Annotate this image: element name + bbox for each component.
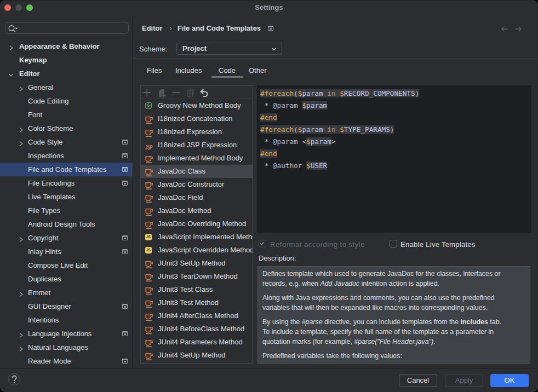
tab-includes[interactable]: Includes (175, 66, 202, 74)
apply-button[interactable]: Apply (445, 374, 483, 387)
template-item[interactable]: JSJavaScript Overridden Method Body (141, 244, 253, 257)
description-text: . (433, 338, 435, 345)
java-class-icon (145, 327, 153, 335)
sidebar-item-intentions[interactable]: Intentions (0, 313, 133, 327)
sidebar-item-emmet[interactable]: Emmet (0, 286, 133, 299)
chevron-right-icon[interactable] (19, 290, 23, 298)
sidebar-item-color-scheme[interactable]: Color Scheme (0, 122, 133, 135)
chevron-right-icon[interactable] (9, 44, 13, 51)
help-icon[interactable]: ? (8, 373, 20, 385)
template-item[interactable]: JUnit4 AfterClass Method (141, 309, 253, 322)
ok-button[interactable]: OK (490, 374, 529, 387)
monitor-icon (122, 235, 128, 240)
search-input[interactable] (5, 22, 129, 34)
tab-files[interactable]: Files (147, 66, 162, 74)
header-separator (133, 58, 538, 59)
sidebar-item-gui-designer[interactable]: GUI Designer (0, 299, 133, 313)
duplicate-icon[interactable] (157, 88, 167, 99)
cancel-button[interactable]: Cancel (399, 374, 437, 387)
add-icon[interactable] (142, 88, 151, 97)
sidebar-item-label: Code Style (28, 135, 63, 149)
reformat-checkbox[interactable] (259, 240, 266, 247)
template-item[interactable]: JUnit3 SetUp Method (141, 257, 253, 270)
sidebar-item-language-injections[interactable]: Language Injections (0, 327, 133, 341)
sidebar-item-natural-languages[interactable]: Natural Languages (0, 341, 133, 354)
chevron-right-icon[interactable] (19, 331, 23, 339)
remove-icon[interactable] (171, 88, 180, 97)
description-label: Description: (259, 254, 296, 262)
template-editor[interactable]: #foreach($param in $RECORD_COMPONENTS) *… (257, 85, 531, 233)
sidebar-item-file-encodings[interactable]: File Encodings (0, 176, 133, 190)
description-paragraph: Predefined variables take the following … (262, 351, 526, 361)
monitor-icon (268, 26, 273, 31)
template-item[interactable]: JSJavaScript Implemented Method Body (141, 230, 253, 244)
template-item[interactable]: JUnit4 BeforeClass Method (141, 322, 253, 336)
template-item[interactable]: JavaDoc Overriding Method (141, 217, 253, 230)
template-list-panel: GGroovy New Method Body I18nized Concate… (140, 85, 253, 364)
template-item-label: JavaDoc Method (158, 204, 211, 217)
chevron-right-icon[interactable] (19, 85, 23, 93)
code-segment: #foreach (260, 125, 294, 134)
sidebar-item-general[interactable]: General (0, 80, 133, 94)
sidebar-item-inlay-hints[interactable]: Inlay Hints (0, 245, 133, 258)
sidebar-item-label: Inspections (28, 149, 64, 163)
template-item[interactable]: JavaDoc Class (141, 165, 253, 178)
sidebar-item-code-style[interactable]: Code Style (0, 135, 133, 149)
template-item[interactable]: JavaDoc Method (141, 204, 253, 217)
chevron-right-icon[interactable] (19, 140, 23, 147)
code-segment: ( (294, 125, 298, 134)
sidebar-item-compose-live-edit[interactable]: Compose Live Edit (0, 258, 133, 272)
sidebar-item-live-templates[interactable]: Live Templates (0, 190, 133, 204)
sidebar-item-label: Color Scheme (28, 122, 73, 135)
sidebar-item-editor[interactable]: Editor (0, 67, 133, 80)
description-text: directive, you can include templates fro… (323, 318, 461, 326)
chevron-right-icon[interactable] (19, 235, 23, 243)
template-item[interactable]: JavaDoc Constructor (141, 178, 253, 191)
template-item[interactable]: JUnit4 Parameters Method (141, 336, 253, 349)
template-item[interactable]: GGroovy New Method Body (141, 99, 253, 112)
template-item[interactable]: JUnit4 SetUp Method (141, 349, 253, 362)
template-item[interactable]: JUnit3 Test Method (141, 296, 253, 309)
sidebar-item-reader-mode[interactable]: Reader Mode (0, 354, 133, 368)
sidebar-item-file-and-code-templates[interactable]: File and Code Templates (0, 163, 133, 176)
sidebar-item-appearance-behavior[interactable]: Appearance & Behavior (0, 39, 133, 53)
back-icon[interactable] (500, 25, 509, 33)
live-templates-checkbox[interactable] (390, 240, 397, 247)
breadcrumb-parent[interactable]: Editor (142, 24, 163, 32)
tab-other[interactable]: Other (249, 66, 267, 74)
sidebar-item-label: Android Design Tools (28, 217, 95, 231)
template-item-label: I18nized Expression (158, 125, 222, 139)
code-segment: $ (302, 101, 306, 109)
template-item-label: JavaDoc Overriding Method (158, 217, 246, 230)
sidebar-item-label: Duplicates (28, 272, 61, 286)
code-segment: #end (260, 149, 277, 158)
template-item[interactable]: JUnit3 TearDown Method (141, 270, 253, 283)
sidebar-item-font[interactable]: Font (0, 108, 133, 122)
sidebar-item-inspections[interactable]: Inspections (0, 149, 133, 163)
sidebar-item-file-types[interactable]: File Types (0, 204, 133, 217)
template-item[interactable]: JavaDoc Field (141, 191, 253, 204)
monitor-icon (122, 304, 128, 309)
template-item[interactable]: I18nized Concatenation (141, 112, 253, 125)
sidebar-item-copyright[interactable]: Copyright (0, 231, 133, 245)
sidebar-item-keymap[interactable]: Keymap (0, 53, 133, 67)
sidebar-item-duplicates[interactable]: Duplicates (0, 272, 133, 286)
chevron-right-icon[interactable] (19, 345, 23, 353)
description-text: variables that will then be expanded lik… (262, 304, 488, 312)
sidebar-item-code-editing[interactable]: Code Editing (0, 94, 133, 108)
template-item[interactable]: JUnit3 Test Class (141, 283, 253, 296)
forward-icon[interactable] (514, 25, 523, 33)
template-item[interactable]: I18nized Expression (141, 125, 253, 139)
code-segment: param (302, 89, 323, 97)
sidebar-item-android-design-tools[interactable]: Android Design Tools (0, 217, 133, 231)
chevron-down-icon[interactable] (8, 71, 14, 79)
java-class-icon (145, 287, 153, 295)
tab-code[interactable]: Code (219, 66, 236, 74)
chevron-right-icon[interactable] (19, 126, 23, 134)
code-segment: param (302, 125, 323, 134)
scheme-dropdown[interactable]: Project (176, 43, 282, 55)
copy-icon[interactable] (186, 88, 195, 97)
template-item[interactable]: JSPI18nized JSP Expression (141, 139, 253, 152)
revert-icon[interactable] (200, 88, 209, 97)
template-item[interactable]: Implemented Method Body (141, 152, 253, 165)
